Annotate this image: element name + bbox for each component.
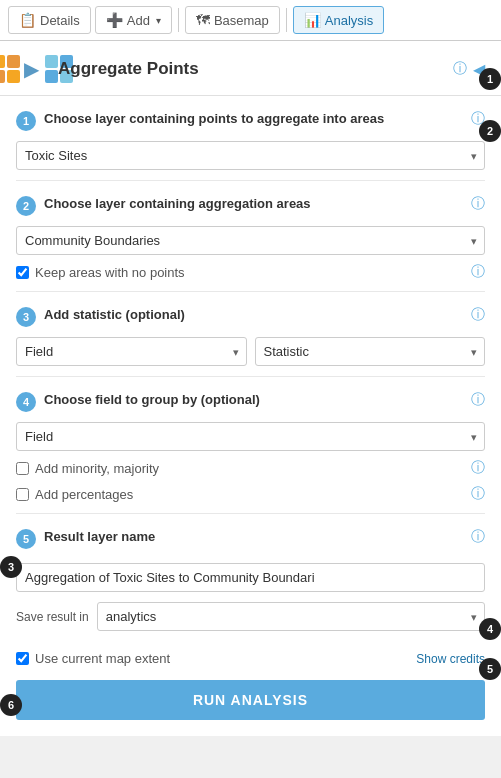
save-row: Save result in analytics ▾: [16, 602, 485, 631]
add-dropdown-arrow: ▾: [156, 15, 161, 26]
section-step3: 3 Add statistic (optional) ⓘ Field ▾ Sta…: [16, 292, 485, 376]
agg-cell-7: [45, 70, 58, 83]
minority-info-icon[interactable]: ⓘ: [471, 459, 485, 477]
section4-header: 4 Choose field to group by (optional) ⓘ: [16, 391, 485, 412]
agg-cell-1: [0, 55, 5, 68]
step4-field-select[interactable]: Field: [16, 422, 485, 451]
add-icon: ➕: [106, 12, 123, 28]
callout-5: 5: [479, 658, 501, 680]
agg-cell-2: [7, 55, 20, 68]
callout-6: 6: [0, 694, 22, 716]
section-step4: 4 Choose field to group by (optional) ⓘ …: [16, 377, 485, 513]
agg-arrow-icon: ▶: [24, 57, 39, 81]
toolbar: 📋 Details ➕ Add ▾ 🗺 Basemap 📊 Analysis: [0, 0, 501, 41]
step4-info-icon[interactable]: ⓘ: [471, 391, 485, 409]
minority-label: Add minority, majority: [35, 461, 159, 476]
basemap-icon: 🗺: [196, 12, 210, 28]
step3-field-select[interactable]: Field: [16, 337, 247, 366]
step4-num: 4: [16, 392, 36, 412]
keep-areas-checkbox[interactable]: [16, 266, 29, 279]
panel-content: 1 Choose layer containing points to aggr…: [0, 96, 501, 736]
add-label: Add: [127, 13, 150, 28]
step1-select-wrap: Toxic Sites ▾: [16, 141, 485, 170]
keep-areas-info-icon[interactable]: ⓘ: [471, 263, 485, 281]
aggregate-icon: [0, 55, 20, 83]
details-button[interactable]: 📋 Details: [8, 6, 91, 34]
toolbar-divider-2: [286, 8, 287, 32]
callout-4: 4: [479, 618, 501, 640]
percentages-checkbox[interactable]: [16, 488, 29, 501]
step2-select[interactable]: Community Boundaries: [16, 226, 485, 255]
details-icon: 📋: [19, 12, 36, 28]
step2-info-icon[interactable]: ⓘ: [471, 195, 485, 213]
extent-checkbox-row: Use current map extent: [16, 651, 170, 666]
step3-statistic-wrap: Statistic ▾: [255, 337, 486, 366]
extent-label: Use current map extent: [35, 651, 170, 666]
callout-1: 1: [479, 68, 501, 90]
callout-2: 2: [479, 120, 501, 142]
section1-header: 1 Choose layer containing points to aggr…: [16, 110, 485, 131]
outer-wrapper: 1 2 3 4 5 6 📋 Details ➕ Add ▾ 🗺 Basemap …: [0, 0, 501, 736]
step1-select[interactable]: Toxic Sites: [16, 141, 485, 170]
agg-cell-4: [7, 70, 20, 83]
save-select[interactable]: analytics: [97, 602, 485, 631]
step1-label: Choose layer containing points to aggreg…: [44, 110, 465, 128]
aggregate-panel: ▶ Aggregate Points ⓘ ◀ 1: [0, 41, 501, 736]
basemap-button[interactable]: 🗺 Basemap: [185, 6, 280, 34]
analysis-button[interactable]: 📊 Analysis: [293, 6, 384, 34]
keep-areas-label: Keep areas with no points: [35, 265, 185, 280]
save-select-wrap: analytics ▾: [97, 602, 485, 631]
analysis-label: Analysis: [325, 13, 373, 28]
step2-num: 2: [16, 196, 36, 216]
step3-info-icon[interactable]: ⓘ: [471, 306, 485, 324]
details-label: Details: [40, 13, 80, 28]
extent-checkbox[interactable]: [16, 652, 29, 665]
step3-two-col: Field ▾ Statistic ▾: [16, 337, 485, 366]
step1-num: 1: [16, 111, 36, 131]
agg-cell-5: [45, 55, 58, 68]
step4-label: Choose field to group by (optional): [44, 391, 465, 409]
analysis-icon: 📊: [304, 12, 321, 28]
bottom-row: Use current map extent Show credits: [16, 651, 485, 666]
show-credits-link[interactable]: Show credits: [416, 652, 485, 666]
section-step5: 5 Result layer name ⓘ Save result in ana…: [16, 514, 485, 641]
percentages-label: Add percentages: [35, 487, 133, 502]
step3-field-wrap: Field ▾: [16, 337, 247, 366]
section-step1: 1 Choose layer containing points to aggr…: [16, 96, 485, 180]
save-label: Save result in: [16, 610, 89, 624]
step3-num: 3: [16, 307, 36, 327]
panel-info-icon[interactable]: ⓘ: [453, 60, 467, 78]
step5-info-icon[interactable]: ⓘ: [471, 528, 485, 546]
section5-header: 5 Result layer name ⓘ: [16, 528, 485, 549]
step2-select-wrap: Community Boundaries ▾: [16, 226, 485, 255]
step3-label: Add statistic (optional): [44, 306, 465, 324]
panel-title: Aggregate Points: [58, 59, 453, 79]
minority-checkbox-row: Add minority, majority ⓘ: [16, 459, 485, 477]
callout-3: 3: [0, 556, 22, 578]
section2-header: 2 Choose layer containing aggregation ar…: [16, 195, 485, 216]
step4-select-wrap: Field ▾: [16, 422, 485, 451]
basemap-label: Basemap: [214, 13, 269, 28]
section-step2: 2 Choose layer containing aggregation ar…: [16, 181, 485, 291]
step5-num: 5: [16, 529, 36, 549]
run-analysis-button[interactable]: RUN ANALYSIS: [16, 680, 485, 720]
toolbar-divider-1: [178, 8, 179, 32]
step3-statistic-select[interactable]: Statistic: [255, 337, 486, 366]
step2-checkbox-row: Keep areas with no points ⓘ: [16, 263, 485, 281]
result-name-input[interactable]: [16, 563, 485, 592]
minority-checkbox[interactable]: [16, 462, 29, 475]
step5-label: Result layer name: [44, 528, 465, 546]
panel-header-icon: ▶: [16, 53, 48, 85]
agg-cell-3: [0, 70, 5, 83]
percentages-checkbox-row: Add percentages ⓘ: [16, 485, 485, 503]
percentages-info-icon[interactable]: ⓘ: [471, 485, 485, 503]
step2-label: Choose layer containing aggregation area…: [44, 195, 465, 213]
panel-header: ▶ Aggregate Points ⓘ ◀: [0, 41, 501, 96]
section3-header: 3 Add statistic (optional) ⓘ: [16, 306, 485, 327]
add-button[interactable]: ➕ Add ▾: [95, 6, 172, 34]
